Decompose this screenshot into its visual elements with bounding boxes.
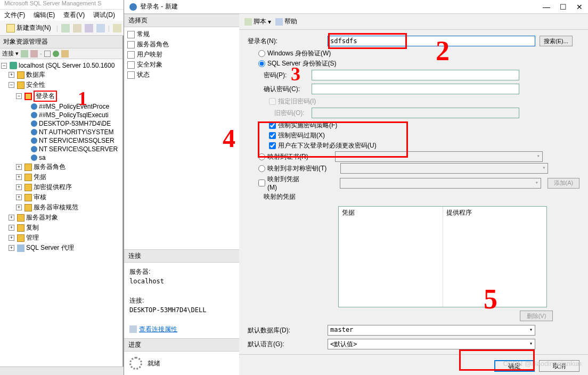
tree-crypto[interactable]: +加密提供程序 bbox=[1, 182, 121, 192]
tree-server-objects[interactable]: +服务器对象 bbox=[1, 213, 121, 223]
folder-icon bbox=[17, 214, 24, 222]
cert-dropdown bbox=[335, 151, 543, 162]
login-item[interactable]: DESKTOP-53MH7D4\DE bbox=[1, 119, 121, 128]
login-item[interactable]: NT AUTHORITY\SYSTEM bbox=[1, 128, 121, 136]
login-item[interactable]: ##MS_PolicyTsqlExecuti bbox=[1, 111, 121, 119]
tree-databases[interactable]: +数据库 bbox=[1, 70, 121, 80]
menu-view[interactable]: 查看(V) bbox=[63, 11, 85, 20]
tree-root[interactable]: − localhost (SQL Server 10.50.1600 bbox=[1, 61, 121, 70]
object-explorer-header: 对象资源管理器 bbox=[0, 36, 123, 48]
old-password-input bbox=[312, 108, 519, 118]
connection-header: 连接 bbox=[124, 249, 239, 263]
enforce-policy-check[interactable]: 强制实施密码策略(F) bbox=[248, 121, 579, 130]
login-item[interactable]: NT SERVICE\MSSQLSER bbox=[1, 136, 121, 145]
folder-icon bbox=[24, 174, 32, 181]
scrollbar-stub[interactable] bbox=[0, 366, 124, 375]
enforce-expiration-check[interactable]: 强制密码过期(X) bbox=[248, 131, 579, 140]
tree-credentials[interactable]: +凭据 bbox=[1, 172, 121, 182]
minimize-button[interactable]: — bbox=[543, 3, 550, 11]
spinner-icon bbox=[129, 357, 142, 370]
default-db-dropdown[interactable]: master bbox=[328, 325, 535, 336]
connection-value: DESKTOP-53MH7D4\DELL bbox=[129, 305, 234, 315]
user-icon bbox=[31, 137, 37, 144]
remove-button: 删除(V) bbox=[520, 311, 553, 321]
new-query-button[interactable]: 新建查询(N) bbox=[4, 22, 53, 34]
refresh-icon[interactable] bbox=[53, 51, 59, 57]
page-general[interactable]: 常规 bbox=[126, 29, 237, 39]
tree-security[interactable]: −安全性 bbox=[1, 80, 121, 90]
filter-icon[interactable] bbox=[44, 51, 51, 57]
toolbar-icon-1[interactable] bbox=[61, 24, 70, 32]
progress-header: 进度 bbox=[124, 338, 239, 352]
script-icon bbox=[244, 18, 252, 26]
default-lang-label: 默认语言(G): bbox=[248, 340, 328, 349]
folder-icon bbox=[17, 71, 24, 79]
select-page-header: 选择页 bbox=[124, 14, 239, 27]
tree-logins[interactable]: −登录名 bbox=[1, 90, 121, 102]
tree-audit[interactable]: +审核 bbox=[1, 192, 121, 202]
collapse-icon[interactable]: − bbox=[1, 63, 7, 69]
must-change-check[interactable]: 用户在下次登录时必须更改密码(U) bbox=[248, 141, 579, 150]
login-item[interactable]: ##MS_PolicyEventProce bbox=[1, 102, 121, 111]
tree-agent[interactable]: +SQL Server 代理 bbox=[1, 243, 121, 253]
view-connection-link[interactable]: 查看连接属性 bbox=[139, 324, 177, 334]
old-password-label: 旧密码(O): bbox=[248, 109, 312, 118]
map-cert-radio[interactable]: 映射到证书(R) bbox=[248, 151, 579, 162]
password-input[interactable] bbox=[312, 70, 519, 80]
menu-debug[interactable]: 调试(D) bbox=[93, 11, 115, 20]
user-icon bbox=[31, 103, 37, 110]
page-status[interactable]: 状态 bbox=[126, 70, 237, 80]
dialog-form-area: 脚本 ▾ 帮助 登录名(N): 搜索(E)... Windows 身份验证(W)… bbox=[239, 14, 588, 375]
toolbar-icon-4[interactable] bbox=[96, 24, 105, 32]
object-tree[interactable]: − localhost (SQL Server 10.50.1600 +数据库 … bbox=[0, 59, 123, 375]
toolbar-icon-5[interactable] bbox=[113, 24, 121, 32]
folder-icon bbox=[24, 164, 32, 171]
credentials-list[interactable]: 凭据 提供程序 bbox=[338, 206, 547, 307]
default-db-label: 默认数据库(D): bbox=[248, 326, 328, 335]
windows-auth-radio[interactable]: Windows 身份验证(W) bbox=[248, 49, 579, 58]
tree-audit-spec[interactable]: +服务器审核规范 bbox=[1, 202, 121, 213]
folder-icon bbox=[24, 204, 32, 211]
login-item[interactable]: NT SERVICE\SQLSERVER bbox=[1, 145, 121, 153]
page-icon bbox=[127, 31, 135, 38]
login-item[interactable]: sa bbox=[1, 153, 121, 162]
script-button[interactable]: 脚本 ▾ bbox=[244, 17, 271, 26]
tree-replication[interactable]: +复制 bbox=[1, 223, 121, 233]
page-icon bbox=[127, 71, 135, 79]
explorer-tool-1[interactable] bbox=[21, 50, 28, 58]
server-label: 服务器: bbox=[129, 267, 234, 276]
user-icon bbox=[31, 112, 37, 118]
confirm-password-input[interactable] bbox=[312, 84, 519, 94]
tree-management[interactable]: +管理 bbox=[1, 233, 121, 243]
menu-file[interactable]: 文件(F) bbox=[4, 11, 25, 20]
close-button[interactable]: ✕ bbox=[576, 3, 583, 11]
connection-label: 连接: bbox=[129, 296, 234, 305]
search-button[interactable]: 搜索(E)... bbox=[540, 36, 573, 46]
map-asym-radio[interactable]: 映射到非对称密钥(T) bbox=[248, 163, 579, 174]
server-icon bbox=[10, 62, 17, 69]
mapped-credentials-label: 映射的凭据 bbox=[248, 192, 312, 201]
explorer-tool-2[interactable] bbox=[30, 50, 38, 58]
connect-dropdown[interactable]: 连接 ▾ bbox=[2, 50, 19, 58]
login-name-input[interactable] bbox=[328, 36, 535, 46]
map-cred-check[interactable]: 映射到凭据(M)添加(A) bbox=[248, 175, 579, 191]
help-button[interactable]: 帮助 bbox=[275, 17, 297, 26]
maximize-button[interactable]: ☐ bbox=[560, 3, 567, 11]
page-user-mapping[interactable]: 用户映射 bbox=[126, 50, 237, 60]
toolbar-icon-3[interactable] bbox=[85, 24, 93, 32]
page-securables[interactable]: 安全对象 bbox=[126, 60, 237, 70]
toolbar-icon-2[interactable] bbox=[73, 24, 81, 32]
user-icon bbox=[31, 154, 37, 161]
folder-icon bbox=[24, 93, 32, 100]
page-server-roles[interactable]: 服务器角色 bbox=[126, 39, 237, 50]
dialog-titlebar[interactable]: 登录名 - 新建 — ☐ ✕ bbox=[124, 0, 588, 14]
folder-icon bbox=[17, 81, 24, 89]
folder-icon bbox=[24, 184, 32, 191]
dialog-left-panel: 选择页 常规 服务器角色 用户映射 安全对象 状态 连接 服务器: localh… bbox=[124, 14, 239, 375]
sql-auth-radio[interactable]: SQL Server 身份验证(S) bbox=[248, 59, 579, 68]
tree-server-roles[interactable]: +服务器角色 bbox=[1, 162, 121, 172]
default-lang-dropdown[interactable]: <默认值> bbox=[328, 339, 535, 349]
new-query-icon bbox=[6, 24, 15, 32]
menu-edit[interactable]: 编辑(E) bbox=[34, 11, 55, 20]
explorer-tool-3[interactable] bbox=[61, 50, 69, 58]
